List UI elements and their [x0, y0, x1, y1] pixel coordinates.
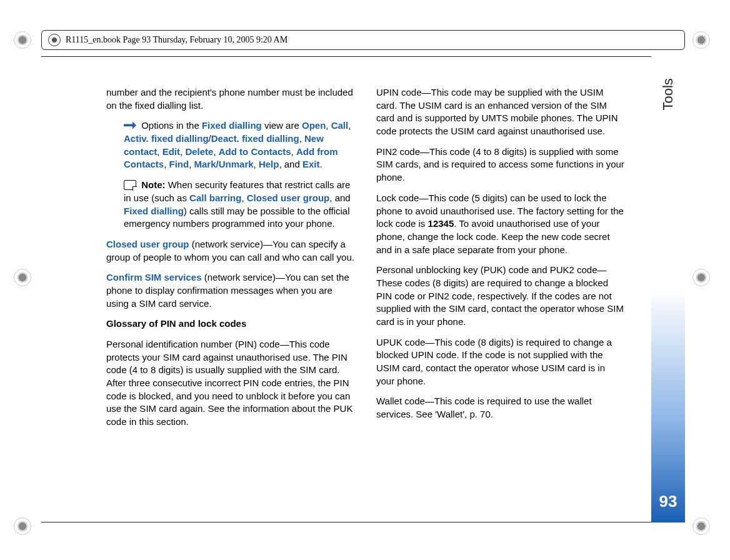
- body-paragraph: Personal identification number (PIN) cod…: [106, 338, 355, 429]
- text: , and: [279, 159, 302, 169]
- menu-item: Activ. fixed dialling: [124, 133, 209, 144]
- menu-item: Mark/Unmark: [194, 159, 254, 169]
- menu-item: Deact. fixed dialling: [211, 133, 299, 144]
- side-tab: Tools 93: [651, 56, 685, 522]
- crop-mark-icon: [14, 518, 31, 535]
- book-header-text: R1115_en.book Page 93 Thursday, February…: [66, 34, 288, 46]
- note-icon: [124, 180, 136, 190]
- text: Options in the: [141, 120, 202, 131]
- menu-item: Fixed dialling: [202, 120, 262, 131]
- page-number: 93: [651, 491, 685, 512]
- note-label: Note:: [141, 179, 165, 190]
- crop-mark-icon: [14, 31, 31, 49]
- book-header-bar: R1115_en.book Page 93 Thursday, February…: [41, 30, 685, 50]
- crop-mark-icon: [14, 269, 31, 286]
- menu-item: Open: [302, 120, 326, 131]
- text: ,: [348, 120, 351, 131]
- crop-mark-icon: [692, 518, 710, 535]
- menu-item: Help: [259, 159, 279, 169]
- text: ,: [254, 159, 259, 169]
- menu-item: Closed user group: [247, 192, 330, 203]
- text: ,: [326, 120, 331, 131]
- text: ,: [189, 159, 194, 169]
- register-mark-icon: [48, 34, 61, 46]
- arrow-icon: [124, 121, 136, 129]
- body-paragraph: PIN2 code—This code (4 to 8 digits) is s…: [376, 146, 625, 184]
- text: ,: [157, 146, 162, 157]
- text: ,: [213, 146, 218, 157]
- text: .: [319, 159, 322, 169]
- body-paragraph: Lock code—This code (5 digits) can be us…: [376, 192, 625, 256]
- menu-item: Edit: [162, 146, 180, 157]
- body-paragraph: UPIN code—This code may be supplied with…: [376, 86, 625, 138]
- crop-mark-icon: [692, 31, 710, 49]
- text: , and: [329, 192, 350, 203]
- text: ,: [164, 159, 169, 169]
- crop-mark-icon: [692, 269, 710, 286]
- text: ,: [241, 192, 246, 203]
- menu-item: Add to Contacts: [219, 146, 291, 157]
- menu-item: Call barring: [189, 192, 241, 203]
- menu-item: Fixed dialling: [124, 206, 184, 216]
- text: ,: [291, 146, 296, 157]
- menu-item: Delete: [185, 146, 213, 157]
- body-paragraph: number and the recipient's phone number …: [106, 86, 355, 112]
- section-label: Tools: [659, 78, 678, 110]
- note-paragraph: Note: When security features that restri…: [106, 179, 355, 231]
- body-paragraph: Confirm SIM services (network service)—Y…: [106, 271, 355, 310]
- page-body: number and the recipient's phone number …: [106, 86, 625, 432]
- body-paragraph: Personal unblocking key (PUK) code and P…: [376, 264, 625, 328]
- menu-item: Exit: [302, 159, 320, 169]
- menu-item: Closed user group: [106, 239, 189, 249]
- body-paragraph: Closed user group (network service)—You …: [106, 238, 355, 264]
- menu-item: Confirm SIM services: [106, 272, 202, 282]
- lock-code-value: 12345: [428, 218, 454, 229]
- body-paragraph: Wallet code—This code is required to use…: [376, 395, 625, 421]
- crop-line: [41, 56, 685, 57]
- text: view are: [262, 120, 302, 131]
- subheading: Glossary of PIN and lock codes: [106, 318, 355, 331]
- options-paragraph: Options in the Fixed dialling view are O…: [106, 119, 355, 171]
- menu-item: Call: [331, 120, 349, 131]
- crop-line: [41, 522, 685, 522]
- menu-item: Find: [169, 159, 189, 169]
- text: ,: [299, 133, 304, 144]
- body-paragraph: UPUK code—This code (8 digits) is requir…: [376, 336, 625, 388]
